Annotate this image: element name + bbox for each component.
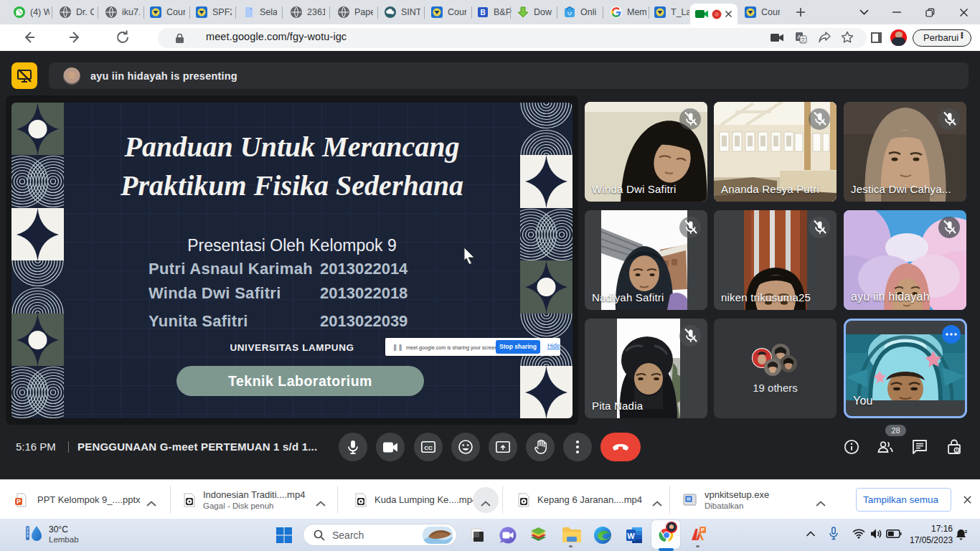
svg-text:B: B <box>480 9 485 17</box>
svg-text:P: P <box>701 527 705 532</box>
svg-text:W: W <box>627 531 635 540</box>
svg-text:CC: CC <box>424 445 433 451</box>
svg-text:P: P <box>17 498 21 505</box>
svg-text:文: 文 <box>801 37 806 43</box>
svg-text:z: z <box>965 528 968 534</box>
